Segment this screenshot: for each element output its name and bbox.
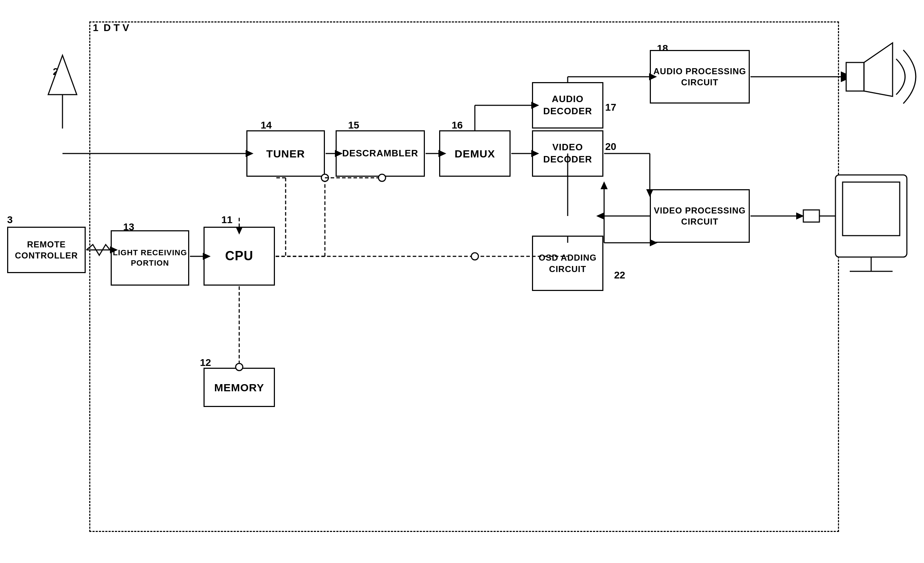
cpu-block: CPU <box>204 227 275 285</box>
svg-marker-0 <box>48 56 77 95</box>
ref-antenna: 2 <box>53 66 58 78</box>
light-receiving-block: LIGHT RECEIVING PORTION <box>111 230 189 285</box>
ref-audio-decoder: 17 <box>605 102 616 113</box>
ref-display: 23 <box>837 243 848 254</box>
ref-memory: 12 <box>200 357 211 368</box>
remote-controller-block: REMOTE CONTROLLER <box>7 227 86 273</box>
svg-rect-18 <box>846 63 864 91</box>
ref-remote: 3 <box>7 214 13 226</box>
ref-descrambler: 15 <box>348 120 359 131</box>
svg-marker-19 <box>864 43 892 96</box>
audio-decoder-block: AUDIO DECODER <box>532 82 603 129</box>
tuner-block: TUNER <box>246 130 325 177</box>
dtv-title: D T V <box>104 22 129 33</box>
descrambler-block: DESCRAMBLER <box>336 130 425 177</box>
memory-block: MEMORY <box>204 368 275 407</box>
ref-cpu: 11 <box>221 214 232 226</box>
ref-demux: 16 <box>452 120 463 131</box>
ref-speaker: 19 <box>864 75 875 86</box>
demux-block: DEMUX <box>439 130 510 177</box>
osd-adding-block: OSD ADDING CIRCUIT <box>532 236 603 291</box>
svg-rect-33 <box>843 182 900 236</box>
svg-marker-17 <box>841 71 853 82</box>
ref-dtv: 1 <box>93 22 99 33</box>
video-processing-block: VIDEO PROCESSING CIRCUIT <box>650 189 750 243</box>
ref-osd: 22 <box>614 270 625 281</box>
video-decoder-block: VIDEO DECODER <box>532 130 603 177</box>
ref-video-decoder: 20 <box>605 141 616 152</box>
audio-processing-block: AUDIO PROCESSING CIRCUIT <box>650 50 750 104</box>
ref-tuner: 14 <box>261 120 272 131</box>
